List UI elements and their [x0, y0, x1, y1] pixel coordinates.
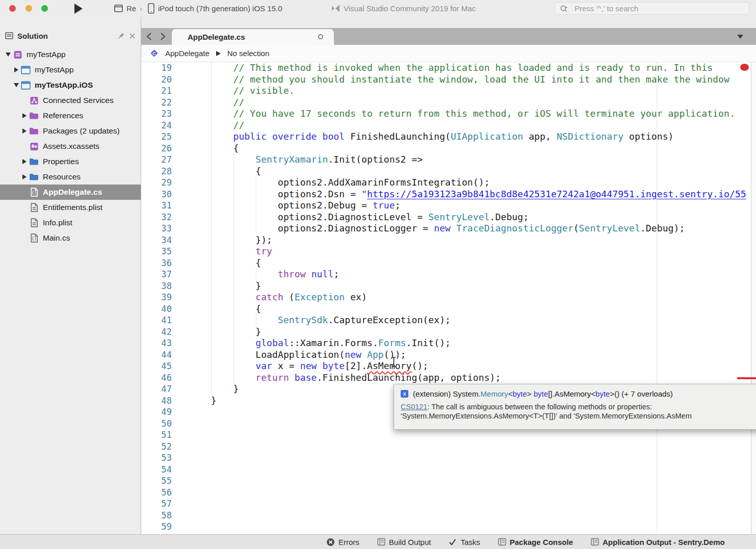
code-text[interactable]: options2.Debug = true; — [189, 200, 401, 212]
line-number[interactable]: 39 — [141, 292, 172, 303]
code-line-19[interactable]: 19 // This method is invoked when the ap… — [141, 62, 756, 74]
code-text[interactable]: // — [189, 97, 244, 109]
sidebar-item-properties[interactable]: Properties — [0, 154, 141, 169]
sidebar-item-main-cs[interactable]: {}Main.cs — [0, 230, 141, 246]
search-input[interactable]: Press '^,' to search — [555, 2, 749, 15]
line-number[interactable]: 49 — [141, 406, 172, 418]
code-line-21[interactable]: 21 // visible. — [141, 85, 756, 97]
line-number[interactable]: 40 — [141, 303, 172, 315]
code-text[interactable]: } — [189, 383, 239, 395]
sidebar-item-packages-2-updates[interactable]: Packages (2 updates) — [0, 123, 141, 139]
line-number[interactable]: 28 — [141, 166, 172, 177]
code-line-24[interactable]: 24 // — [141, 120, 756, 132]
line-number[interactable]: 19 — [141, 62, 172, 74]
disclosure-right-icon[interactable] — [20, 113, 28, 118]
sidebar-item-connected-services[interactable]: Connected Services — [0, 93, 141, 108]
error-code-link[interactable]: CS0121 — [401, 403, 427, 411]
tab-list-dropdown-icon[interactable] — [737, 35, 743, 39]
line-number[interactable]: 32 — [141, 212, 172, 223]
pad-button-package-console[interactable]: Package Console — [498, 538, 573, 546]
code-text[interactable]: // visible. — [189, 85, 295, 97]
code-text[interactable]: { — [189, 257, 261, 269]
code-text[interactable]: options2.Dsn = "https://5a193123a9b841bc… — [189, 189, 746, 200]
code-line-51[interactable]: 51 — [141, 429, 756, 441]
file-health-error-indicator[interactable] — [740, 64, 749, 71]
code-line-52[interactable]: 52 — [141, 441, 756, 453]
line-number[interactable]: 30 — [141, 189, 172, 200]
code-text[interactable]: } — [189, 280, 261, 292]
code-line-53[interactable]: 53 — [141, 452, 756, 464]
line-number[interactable]: 20 — [141, 74, 172, 86]
pin-pad-icon[interactable] — [118, 32, 125, 39]
navigate-back-button[interactable] — [146, 32, 152, 41]
disclosure-down-icon[interactable] — [12, 83, 20, 87]
line-number[interactable]: 38 — [141, 280, 172, 292]
line-number[interactable]: 47 — [141, 383, 172, 395]
code-text[interactable]: // This method is invoked when the appli… — [189, 62, 713, 74]
run-button[interactable] — [74, 4, 83, 14]
line-number[interactable]: 34 — [141, 234, 172, 246]
code-line-22[interactable]: 22 // — [141, 97, 756, 109]
code-line-26[interactable]: 26 { — [141, 143, 756, 154]
device-selector[interactable]: iPod touch (7th generation) iOS 15.0 — [148, 0, 282, 17]
line-number[interactable]: 44 — [141, 349, 172, 361]
pad-button-build-output[interactable]: Build Output — [377, 538, 431, 546]
line-number[interactable]: 59 — [141, 521, 172, 533]
breadcrumb-selection[interactable]: No selection — [227, 49, 270, 58]
line-number[interactable]: 37 — [141, 269, 172, 280]
line-number[interactable]: 35 — [141, 246, 172, 257]
sidebar-item-info-plist[interactable]: Info.plist — [0, 215, 141, 230]
code-line-25[interactable]: 25 public override bool FinishedLaunchin… — [141, 131, 756, 143]
line-number[interactable]: 41 — [141, 315, 172, 326]
editor-scrollbar[interactable] — [751, 62, 756, 534]
tab-appdelegate[interactable]: AppDelegate.cs — [172, 29, 334, 45]
line-number[interactable]: 55 — [141, 475, 172, 487]
code-text[interactable]: } — [189, 395, 217, 407]
zoom-window-button[interactable] — [41, 5, 48, 12]
line-number[interactable]: 23 — [141, 108, 172, 120]
line-number[interactable]: 25 — [141, 131, 172, 143]
line-number[interactable]: 58 — [141, 510, 172, 521]
line-number[interactable]: 53 — [141, 452, 172, 464]
code-line-57[interactable]: 57 — [141, 498, 756, 510]
line-number[interactable]: 56 — [141, 487, 172, 499]
line-number[interactable]: 36 — [141, 257, 172, 269]
close-window-button[interactable] — [9, 5, 16, 12]
sidebar-item-resources[interactable]: Resources — [0, 169, 141, 185]
disclosure-right-icon[interactable] — [20, 128, 28, 134]
code-text[interactable]: return base.FinishedLaunching(app, optio… — [189, 372, 501, 384]
code-text[interactable]: { — [189, 166, 261, 177]
code-text[interactable]: LoadApplication(new App()); — [189, 349, 406, 361]
code-text[interactable]: // method you should instantiate the win… — [189, 74, 729, 86]
code-line-23[interactable]: 23 // You have 17 seconds to return from… — [141, 108, 756, 120]
close-pad-icon[interactable] — [129, 33, 136, 39]
code-text[interactable]: SentrySdk.CaptureException(ex); — [189, 315, 451, 326]
code-text[interactable]: // — [189, 120, 244, 132]
line-number[interactable]: 45 — [141, 360, 172, 372]
line-number[interactable]: 43 — [141, 337, 172, 349]
sidebar-item-mytestapp-ios[interactable]: myTestApp.iOS — [0, 77, 141, 93]
line-number[interactable]: 29 — [141, 177, 172, 189]
code-line-20[interactable]: 20 // method you should instantiate the … — [141, 74, 756, 86]
disclosure-right-icon[interactable] — [20, 174, 28, 179]
line-number[interactable]: 27 — [141, 154, 172, 166]
sidebar-item-appdelegate-cs[interactable]: {}AppDelegate.cs — [0, 185, 141, 200]
code-text[interactable]: } — [189, 326, 261, 338]
code-text[interactable]: global::Xamarin.Forms.Forms.Init(); — [189, 337, 451, 349]
sidebar-item-assets-xcassets[interactable]: Assets.xcassets — [0, 139, 141, 154]
pad-button-errors[interactable]: Errors — [326, 538, 359, 546]
line-number[interactable]: 21 — [141, 85, 172, 97]
line-number[interactable]: 46 — [141, 372, 172, 384]
line-number[interactable]: 48 — [141, 395, 172, 407]
navigate-forward-button[interactable] — [160, 32, 166, 41]
minimize-window-button[interactable] — [25, 5, 32, 12]
code-line-54[interactable]: 54 — [141, 464, 756, 476]
line-number[interactable]: 54 — [141, 464, 172, 476]
code-text[interactable]: options2.DiagnosticLogger = new TraceDia… — [189, 223, 685, 234]
sidebar-item-mytestapp[interactable]: myTestApp — [0, 47, 141, 62]
code-line-59[interactable]: 59 — [141, 521, 756, 533]
line-number[interactable]: 22 — [141, 97, 172, 109]
sidebar-item-references[interactable]: References — [0, 108, 141, 123]
code-text[interactable]: { — [189, 303, 261, 315]
code-line-56[interactable]: 56 — [141, 487, 756, 499]
